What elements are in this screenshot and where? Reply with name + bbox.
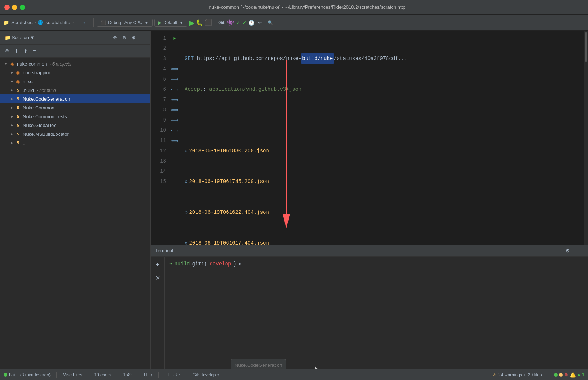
json-link-5[interactable]: 2018-06-19T061745.200.json <box>189 176 269 187</box>
sidebar-download-btn[interactable]: ⬇ <box>13 47 21 55</box>
toolbar: 📁 Scratches › 🌐 scratch.http › ← ⬛ Debug… <box>0 15 588 31</box>
gutter-fold-9[interactable]: ⟺ <box>169 115 180 125</box>
gutter-fold-10[interactable]: ⟺ <box>169 125 180 135</box>
scrollbar[interactable] <box>584 31 588 245</box>
run-config-button[interactable]: ▶ Default ▼ <box>154 19 187 27</box>
gutter-fold-4[interactable]: ⟺ <box>169 64 180 74</box>
sidebar-toolbar: 📁 Solution ▼ ⊕ ⊖ ⚙ — <box>0 31 150 45</box>
sidebar-eye-btn[interactable]: 👁 <box>3 47 11 55</box>
prompt-dir: build <box>174 260 190 268</box>
tree-item-common[interactable]: ▶ 5 Nuke.Common <box>0 103 150 112</box>
expand-icon: ▶ <box>9 113 15 119</box>
sidebar-list-btn[interactable]: ≡ <box>31 47 38 55</box>
debug-config-button[interactable]: ⬛ Debug | Any CPU ▼ <box>97 19 153 27</box>
breadcrumb-file[interactable]: scratch.http <box>45 20 70 25</box>
breadcrumb-separator: › <box>34 21 37 25</box>
root-expand-icon: ▼ <box>3 61 9 67</box>
gutter-fold-7[interactable]: ⟺ <box>169 94 180 105</box>
tree-item-build[interactable]: ▶ 5 .build · not build <box>0 86 150 94</box>
scrollbar-thumb[interactable] <box>585 32 587 62</box>
breadcrumb-scratches[interactable]: Scratches <box>11 20 33 25</box>
solution-label: Solution <box>12 35 29 40</box>
tree-item-msbuild[interactable]: ▶ 5 Nuke.MSBuildLocator <box>0 130 150 138</box>
line-ending-label: LF ↕ <box>144 372 152 377</box>
tree-item-more[interactable]: ▶ 5 ... <box>0 138 150 147</box>
project-icon-tests: 5 <box>15 113 21 119</box>
item-label-bootstrapping: bootstrapping <box>23 70 148 75</box>
tree-item-common-tests[interactable]: ▶ 5 Nuke.Common.Tests <box>0 112 150 121</box>
sidebar-collapse-btn[interactable]: ⊖ <box>120 34 128 41</box>
code-line-2: Accept: application/vnd.github.v3+json <box>185 84 579 94</box>
maximize-button[interactable] <box>20 5 25 10</box>
root-project-icon: ◉ <box>9 61 15 67</box>
terminal: Terminal ⚙ — + ✕ ➜ build git:( develop <box>151 245 588 369</box>
expand-icon: ▶ <box>9 122 15 128</box>
svg-marker-2 <box>315 366 321 369</box>
line-num: 3 <box>154 53 166 64</box>
terminal-close-tab-btn[interactable]: ✕ <box>153 273 163 283</box>
statusbar-warnings[interactable]: ⚠ 24 warnings in 20 files <box>492 372 542 377</box>
run-button[interactable]: ▶ <box>189 18 194 27</box>
search-button[interactable]: 🔍 <box>265 19 275 26</box>
statusbar-build[interactable]: Bui... (3 minutes ago) <box>4 372 51 377</box>
expand-icon: ▶ <box>9 131 15 137</box>
sidebar-solution-btn[interactable]: 📁 Solution ▼ <box>3 34 37 41</box>
json-link-6[interactable]: 2018-06-19T061622.404.json <box>189 207 269 217</box>
gutter-fold-6[interactable]: ⟺ <box>169 84 180 94</box>
back-icon: ← <box>82 19 88 26</box>
line-num: 11 <box>154 135 166 146</box>
tree-item-misc[interactable]: ▶ ◉ misc <box>0 77 150 86</box>
statusbar: Bui... (3 minutes ago) Misc Files 10 cha… <box>0 369 588 380</box>
sidebar-add-btn[interactable]: ⊕ <box>111 34 119 41</box>
expand-icon: ▶ <box>9 70 15 75</box>
sidebar-toolbar-2: 👁 ⬇ ⬆ ≡ <box>0 45 150 58</box>
sb-div-4 <box>138 372 138 378</box>
line-num: 7 <box>154 94 166 105</box>
line-num: 14 <box>154 166 166 176</box>
terminal-prompt: ➜ build git:( develop ) ✕ <box>169 260 584 268</box>
sidebar-upload-btn[interactable]: ⬆ <box>22 47 30 55</box>
statusbar-encoding[interactable]: UTF-8 ↕ <box>164 372 180 377</box>
terminal-minimize-btn[interactable]: — <box>575 247 584 254</box>
line-num: 15 <box>154 176 166 187</box>
build-status-label: Bui... (3 minutes ago) <box>9 372 51 377</box>
git-monster-icon: 👾 <box>227 19 234 26</box>
git-label: Git: <box>218 20 226 25</box>
prompt-x: ✕ <box>239 260 242 268</box>
terminal-settings-btn[interactable]: ⚙ <box>563 247 572 254</box>
gutter-fold-5[interactable]: ⟺ <box>169 74 180 84</box>
warning-icon: ⚠ <box>492 372 497 377</box>
statusbar-line-ending[interactable]: LF ↕ <box>144 372 152 377</box>
tree-item-bootstrapping[interactable]: ▶ ◉ bootstrapping <box>0 68 150 77</box>
run-config-icon: ▶ <box>158 20 161 25</box>
terminal-content[interactable]: ➜ build git:( develop ) ✕ Nuke.CodeGener… <box>165 257 588 369</box>
sidebar-settings-btn[interactable]: ⚙ <box>130 34 138 41</box>
status-count: 1 <box>582 372 584 377</box>
statusbar-git-branch[interactable]: Git: develop ↕ <box>192 372 219 377</box>
project-icon-more: 5 <box>15 140 21 146</box>
git-undo-button[interactable]: ↩ <box>256 19 264 26</box>
back-button[interactable]: ← <box>80 18 90 27</box>
sb-div-6 <box>186 372 186 378</box>
gutter-fold-11[interactable]: ⟺ <box>169 135 180 146</box>
gutter-fold-8[interactable]: ⟺ <box>169 105 180 115</box>
editor-content: 1 2 3 4 5 6 7 8 9 10 11 12 13 14 15 <box>151 31 588 245</box>
sidebar-minimize-btn[interactable]: — <box>139 34 148 41</box>
json-link-7[interactable]: 2018-06-19T061617.404.json <box>189 238 269 245</box>
tree-root-item[interactable]: ▼ ◉ nuke-common · 6 projects <box>0 59 150 68</box>
prompt-branch: develop <box>209 260 231 268</box>
code-editor[interactable]: GET https://api.github.com/repos/nuke-bu… <box>180 31 584 245</box>
code-line-1: GET https://api.github.com/repos/nuke-bu… <box>185 53 579 64</box>
terminal-add-tab-btn[interactable]: + <box>153 260 163 270</box>
statusbar-misc-files[interactable]: Misc Files <box>63 372 82 377</box>
status-icon-1: 🔔 <box>570 372 576 378</box>
run-config-label: Default <box>163 20 177 25</box>
debug-button[interactable]: 🐛 <box>196 19 203 26</box>
gutter-run-icon-1[interactable]: ▶ <box>169 33 180 43</box>
json-link-4[interactable]: 2018-06-19T061830.200.json <box>189 146 269 156</box>
minimize-button[interactable] <box>12 5 17 10</box>
stop-button[interactable]: ⬛ <box>205 19 212 26</box>
close-button[interactable] <box>4 5 10 10</box>
tree-item-codegen[interactable]: ▶ 5 Nuke.CodeGeneration <box>0 94 150 103</box>
tree-item-globaltool[interactable]: ▶ 5 Nuke.GlobalTool <box>0 121 150 130</box>
